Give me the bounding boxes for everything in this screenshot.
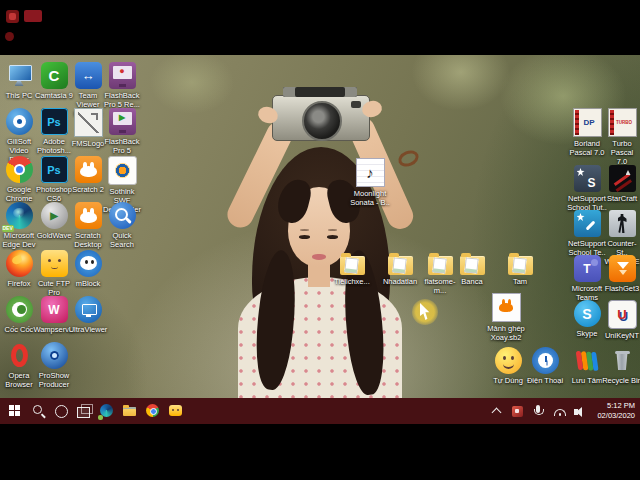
desktop-icon-starcraft[interactable]: StarCraft	[602, 165, 640, 203]
taskbar-buttons	[3, 398, 187, 424]
scratch-2-icon	[75, 156, 102, 183]
taskbar-task-view-button[interactable]	[72, 398, 95, 424]
desktop-icon-label: Skype	[577, 329, 598, 338]
taskbar-file-explorer-button[interactable]	[118, 398, 141, 424]
taskbar-clock[interactable]: 5:12 PM 02/03/2020	[595, 401, 635, 422]
taskbar-cortana-button[interactable]	[49, 398, 72, 424]
desktop-icon-label: FlashBack Pro 5 Re...	[104, 91, 140, 109]
scratch-project-icon	[492, 293, 521, 322]
tray-network-icon[interactable]	[553, 404, 566, 419]
tray-microphone-icon[interactable]	[532, 404, 545, 419]
system-tray: 5:12 PM 02/03/2020	[490, 401, 640, 422]
folder-tam-icon	[508, 256, 533, 275]
desktop-icon-label: Borland Pascal 7.0	[569, 139, 604, 157]
desktop-icon-label: Điện Thoại	[527, 376, 563, 385]
teamviewer-portable-icon: ↔	[75, 62, 102, 89]
desktop-icon-folder-banca[interactable]: Banca	[452, 252, 492, 286]
desktop-icon-label: Microsoft Edge Dev	[3, 231, 36, 249]
scratch-desktop-icon	[75, 202, 102, 229]
proshow-producer-icon	[41, 342, 68, 369]
desktop-icon-label: Quick Search	[110, 231, 134, 249]
fmslogo-icon	[74, 108, 103, 137]
desktop-icon-label: Nhadatlan	[383, 277, 417, 286]
netsupport-school-tutor-icon-glyph: S	[587, 176, 595, 190]
tray-expand-icon[interactable]	[490, 404, 503, 419]
desktop-icon-unikeynt[interactable]: UUniKeyNT	[602, 300, 640, 340]
taskbar-edge-dev-button[interactable]	[95, 398, 118, 424]
desktop-icon-recycle-bin[interactable]: Recycle Bin	[602, 347, 640, 385]
skype-icon-glyph: S	[582, 306, 591, 322]
desktop-icon-label: Google Chrome	[6, 185, 33, 203]
desktop-icon-label: Tam	[513, 277, 527, 286]
tu-dung-icon	[495, 347, 522, 374]
tray-volume-icon[interactable]	[574, 404, 587, 419]
coc-coc-icon	[6, 296, 33, 323]
desktop-icon-label: ProShow Producer	[39, 371, 69, 389]
desktop-icon-flashback-pro5-recorder[interactable]: ●FlashBack Pro 5 Re...	[102, 62, 142, 109]
desktop-icon-label: Firefox	[8, 279, 31, 288]
watermark-mark-1	[6, 10, 19, 23]
desktop-icon-label: Recycle Bin	[602, 376, 640, 385]
taskbar-chrome-button[interactable]	[141, 398, 164, 424]
desktop-icon-quick-search[interactable]: Quick Search	[102, 202, 142, 249]
opera-browser-icon	[6, 342, 33, 369]
desktop-icon-proshow-producer[interactable]: ProShow Producer	[34, 342, 74, 389]
desktop-icon-label: Mảnh ghép Xoay.sb2	[487, 324, 525, 342]
taskbar-search-button[interactable]	[26, 398, 49, 424]
quick-search-icon	[109, 202, 136, 229]
desktop-icon-flashget3[interactable]: FlashGet3	[602, 255, 640, 293]
desktop-icon-netsupport-school-tech[interactable]: NetSupport School Te..	[567, 210, 607, 257]
desktop-icon-label: StarCraft	[607, 194, 637, 203]
luu-tam-icon	[574, 347, 601, 374]
desktop-icon-label: Tielichxe...	[334, 277, 370, 286]
teamviewer-portable-icon-glyph: ↔	[82, 68, 95, 83]
desktop-icon-label: Adobe Photosh...	[37, 137, 71, 155]
goldwave-icon-glyph: ▶	[50, 210, 58, 221]
adobe-photoshop-icon: Ps	[41, 108, 68, 135]
wallpaper-camera-lens	[302, 101, 342, 141]
desktop-icon-ultraviewer[interactable]: UltraViewer	[68, 296, 108, 334]
taskbar-cuteftp-button[interactable]	[164, 398, 187, 424]
desktop-icon-label: GoldWave	[37, 231, 72, 240]
tray-flashback-recorder-icon[interactable]	[511, 404, 524, 419]
desktop-icon-dien-thoai[interactable]: Điện Thoại	[525, 347, 565, 385]
desktop-icon-turbo-pascal-7[interactable]: TURBOTurbo Pascal 7.0	[602, 108, 640, 166]
desktop-icon-folder-tam[interactable]: Tam	[500, 252, 540, 286]
desktop-icon-borland-pascal-7[interactable]: DPBorland Pascal 7.0	[567, 108, 607, 157]
desktop-icon-microsoft-teams[interactable]: TMicrosoft Teams	[567, 255, 607, 302]
dien-thoai-icon	[532, 347, 559, 374]
turbo-pascal-7-icon-glyph: TURBO	[616, 120, 632, 125]
wampserver-icon-glyph: W	[48, 303, 59, 317]
taskbar: 5:12 PM 02/03/2020	[0, 398, 640, 424]
desktop-icon-skype[interactable]: SSkype	[567, 300, 607, 338]
desktop-icon-tu-dung[interactable]: Tự Dùng	[488, 347, 528, 385]
desktop-icon-folder-nhadatlan[interactable]: Nhadatlan	[380, 252, 420, 286]
desktop-icon-scratch-project[interactable]: Mảnh ghép Xoay.sb2	[486, 293, 526, 342]
desktop-icon-label: mBlock	[76, 279, 101, 288]
clock-date: 02/03/2020	[597, 411, 635, 422]
goldwave-icon: ▶	[41, 202, 68, 229]
desktop-icon-label: FlashGet3	[605, 284, 640, 293]
microsoft-edge-dev-icon-glyph: DEV	[2, 225, 14, 233]
flashback-pro5-player-icon-glyph: ▶	[109, 113, 136, 122]
microsoft-teams-icon-glyph: T	[583, 262, 590, 276]
wallpaper-girl-eye-right	[327, 235, 338, 239]
desktop-icon-folder-tielichxe[interactable]: Tielichxe...	[332, 252, 372, 286]
recycle-bin-icon	[609, 347, 636, 374]
desktop-icon-moonlight-sonata[interactable]: ♪Moonlight Sonata - B..	[350, 158, 390, 207]
desktop-icon-netsupport-school-tutor[interactable]: SNetSupport School Tut..	[567, 165, 607, 212]
photoshop-cs6-icon: Ps	[41, 156, 68, 183]
netsupport-school-tutor-icon: S	[574, 165, 601, 192]
desktop-icon-label: Scratch 2	[72, 185, 104, 194]
desktop-icon-label: UniKeyNT	[605, 331, 639, 340]
ultraviewer-icon	[75, 296, 102, 323]
flashback-pro5-recorder-icon: ●	[109, 62, 136, 89]
desktop-icon-label: Opera Browser	[5, 371, 33, 389]
taskbar-start-button[interactable]	[3, 398, 26, 424]
desktop-icon-label: UltraViewer	[69, 325, 108, 334]
mblock-icon	[75, 250, 102, 277]
desktop-icon-mblock[interactable]: mBlock	[68, 250, 108, 288]
desktop-icon-luu-tam[interactable]: Lưu Tâm	[567, 347, 607, 385]
this-pc-icon	[6, 62, 33, 89]
firefox-icon	[6, 250, 33, 277]
